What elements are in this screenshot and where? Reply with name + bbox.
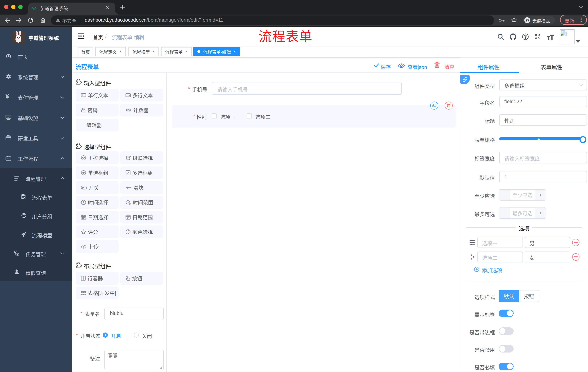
svg-text:123: 123 [126,108,131,112]
